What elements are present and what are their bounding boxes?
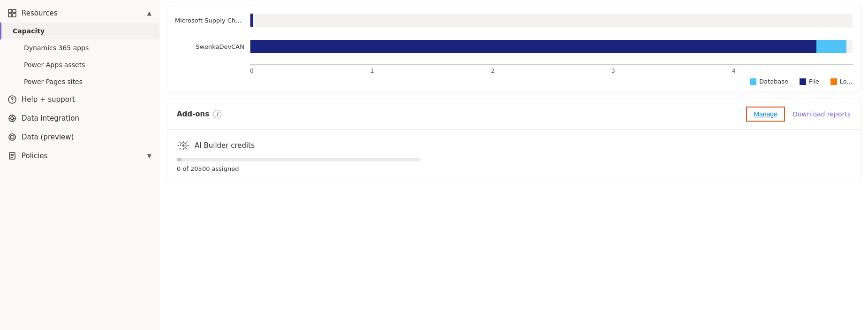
row1-dark-bar <box>250 14 253 27</box>
main-content: Microsoft Supply Chain Center... SwenkaD… <box>159 0 868 330</box>
sidebar-help-header[interactable]: Help + support <box>0 90 159 109</box>
addons-title-text: Add-ons <box>177 110 209 118</box>
resources-label: Resources <box>22 9 58 17</box>
row2-dark-bar <box>250 40 816 53</box>
legend-file: File <box>800 78 819 85</box>
svg-point-8 <box>9 134 15 140</box>
svg-rect-3 <box>13 14 16 17</box>
manage-button[interactable]: Manage <box>746 107 785 122</box>
legend-file-label: File <box>809 78 819 85</box>
sidebar-data-preview-header[interactable]: Data (preview) <box>0 128 159 146</box>
legend-log-label: Lo... <box>840 78 853 85</box>
sidebar-resources-header[interactable]: Resources ▲ <box>0 4 159 23</box>
ai-builder-progress-fill <box>177 158 181 161</box>
addons-actions: Manage Download reports <box>746 107 851 122</box>
addons-title-group: Add-ons i <box>177 110 221 118</box>
help-icon <box>8 95 17 104</box>
svg-rect-1 <box>13 9 16 13</box>
svg-rect-2 <box>8 14 12 17</box>
data-integration-label: Data integration <box>22 114 79 123</box>
sidebar-data-integration-header[interactable]: Data integration <box>0 109 159 128</box>
legend-log: Lo... <box>830 78 853 85</box>
row2-light-bar <box>816 40 846 53</box>
legend-box-file <box>800 78 806 85</box>
sidebar-policies-header[interactable]: Policies ▼ <box>0 146 159 165</box>
data-preview-label: Data (preview) <box>22 133 74 141</box>
resources-icon <box>8 8 17 18</box>
svg-point-7 <box>11 117 14 120</box>
sidebar-item-powerapps[interactable]: Power Apps assets <box>0 56 159 73</box>
svg-point-10 <box>182 145 185 147</box>
ai-builder-icon <box>177 139 190 152</box>
data-integration-icon <box>8 114 17 123</box>
chart-row-1: Microsoft Supply Chain Center... <box>175 14 853 27</box>
addons-body: AI Builder credits 0 of 20500 assigned <box>167 130 860 182</box>
chart-row-2: SwenkaDevCAN <box>175 40 853 53</box>
ai-builder-title-row: AI Builder credits <box>177 139 851 152</box>
legend-box-log <box>830 78 837 85</box>
svg-rect-0 <box>8 9 12 13</box>
chart-x-axis: 0 1 2 3 4 <box>250 64 853 74</box>
chart-section: Microsoft Supply Chain Center... SwenkaD… <box>167 6 860 93</box>
ai-builder-progress-bar <box>177 158 421 161</box>
policies-chevron: ▼ <box>147 153 151 159</box>
chart-row1-label: Microsoft Supply Chain Center... <box>175 17 250 24</box>
powerapps-label: Power Apps assets <box>24 61 85 69</box>
powerpages-label: Power Pages sites <box>24 78 83 85</box>
chart-legend: Database File Lo... <box>175 78 853 85</box>
chart-row2-label: SwenkaDevCAN <box>175 43 250 50</box>
capacity-label: Capacity <box>13 27 45 35</box>
help-label: Help + support <box>22 95 75 104</box>
addons-header: Add-ons i Manage Download reports <box>167 99 860 130</box>
legend-database: Database <box>750 78 788 85</box>
addons-info-icon[interactable]: i <box>213 110 221 118</box>
ai-builder-title-text: AI Builder credits <box>195 141 255 150</box>
legend-database-label: Database <box>759 78 788 85</box>
policies-icon <box>8 151 17 161</box>
policies-label: Policies <box>22 152 47 160</box>
sidebar-item-capacity[interactable]: Capacity <box>0 23 159 39</box>
x-tick-4: 4 <box>732 68 853 74</box>
sidebar-item-dynamics[interactable]: Dynamics 365 apps <box>0 39 159 56</box>
resources-chevron: ▲ <box>147 10 151 16</box>
dynamics-label: Dynamics 365 apps <box>24 44 89 52</box>
assigned-text: 0 of 20500 assigned <box>177 165 851 172</box>
x-tick-3: 3 <box>611 68 732 74</box>
x-tick-1: 1 <box>370 68 491 74</box>
sidebar: Resources ▲ Capacity Dynamics 365 apps P… <box>0 0 159 330</box>
svg-point-5 <box>12 101 13 102</box>
legend-box-database <box>750 78 756 85</box>
sidebar-item-powerpages[interactable]: Power Pages sites <box>0 73 159 90</box>
data-preview-icon <box>8 132 17 142</box>
x-tick-2: 2 <box>491 68 611 74</box>
x-tick-0: 0 <box>250 68 370 74</box>
download-reports-link[interactable]: Download reports <box>793 110 851 118</box>
addons-section: Add-ons i Manage Download reports AI <box>167 99 860 182</box>
